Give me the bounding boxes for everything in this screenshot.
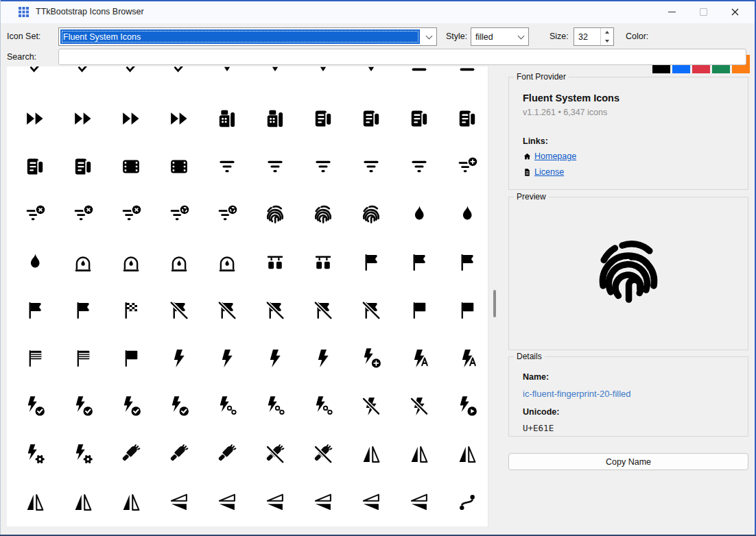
- icon-cell-partial-check[interactable]: [107, 66, 155, 95]
- icon-cell-feed[interactable]: [443, 95, 488, 143]
- icon-cell-feed[interactable]: [11, 143, 59, 191]
- icon-cell-flashlight[interactable]: [203, 430, 251, 478]
- icon-cell-flash-play[interactable]: [443, 382, 488, 430]
- icon-cell-fax[interactable]: [251, 95, 299, 143]
- icon-cell-fax[interactable]: [203, 95, 251, 143]
- icon-cell-partial-wedge[interactable]: [251, 66, 299, 95]
- size-spinbox[interactable]: 32: [574, 27, 614, 46]
- icon-cell-filmstrip[interactable]: [155, 143, 203, 191]
- homepage-link[interactable]: Homepage: [534, 151, 576, 161]
- icon-cell-fire[interactable]: [443, 191, 488, 239]
- icon-cell-flash-off[interactable]: [347, 382, 395, 430]
- icon-cell-partial-check[interactable]: [11, 66, 59, 95]
- icon-cell-flash[interactable]: [203, 334, 251, 382]
- icon-cell-filter-add[interactable]: [443, 143, 488, 191]
- icon-cell-filter-sync[interactable]: [203, 191, 251, 239]
- icon-cell-flow[interactable]: [443, 478, 488, 526]
- icon-cell-filter-dismiss[interactable]: [59, 191, 107, 239]
- icon-cell-filter[interactable]: [299, 143, 347, 191]
- icon-cell-partial-wedge[interactable]: [347, 66, 395, 95]
- icon-cell-flash-checkmark[interactable]: [11, 382, 59, 430]
- icon-cell-flash[interactable]: [251, 334, 299, 382]
- icon-cell-flag-off[interactable]: [251, 287, 299, 334]
- icon-cell-flip-horizontal[interactable]: [59, 478, 107, 526]
- icon-cell-partial-check[interactable]: [155, 66, 203, 95]
- icon-cell-flag-square[interactable]: [443, 287, 488, 334]
- icon-cell-flip-vertical[interactable]: [395, 478, 443, 526]
- icon-cell-flash-auto[interactable]: [443, 334, 488, 382]
- icon-cell-partial-wedge[interactable]: [299, 66, 347, 95]
- icon-cell-filter[interactable]: [203, 143, 251, 191]
- icon-cell-flag-pride[interactable]: [59, 334, 107, 382]
- license-link[interactable]: License: [534, 167, 564, 177]
- icon-cell-flag[interactable]: [11, 287, 59, 334]
- icon-cell-fireplace[interactable]: [59, 239, 107, 287]
- icon-cell-partial-bar[interactable]: [443, 66, 488, 95]
- icon-cell-filter[interactable]: [347, 143, 395, 191]
- icon-cell-partial-wedge[interactable]: [203, 66, 251, 95]
- icon-cell-flash-add[interactable]: [347, 334, 395, 382]
- icon-cell-flash-checkmark[interactable]: [59, 382, 107, 430]
- icon-cell-flip-horizontal[interactable]: [11, 478, 59, 526]
- icon-cell-flash-settings[interactable]: [11, 430, 59, 478]
- icon-cell-flip-vertical[interactable]: [251, 478, 299, 526]
- icon-cell-flashlight[interactable]: [107, 430, 155, 478]
- icon-cell-partial-bar[interactable]: [395, 66, 443, 95]
- icon-cell-fingerprint[interactable]: [251, 191, 299, 239]
- icon-cell-flip-horizontal[interactable]: [443, 430, 488, 478]
- icon-cell-flash-flow[interactable]: [203, 382, 251, 430]
- icon-cell-filmstrip[interactable]: [107, 143, 155, 191]
- search-input[interactable]: [58, 49, 746, 65]
- icon-cell-flip-vertical[interactable]: [299, 478, 347, 526]
- icon-cell-filter-sync[interactable]: [155, 191, 203, 239]
- copy-name-button[interactable]: Copy Name: [508, 453, 748, 470]
- icon-cell-feed[interactable]: [395, 95, 443, 143]
- icon-cell-fast-forward[interactable]: [11, 95, 59, 143]
- minimize-button[interactable]: [656, 0, 687, 23]
- icon-cell-flag-off[interactable]: [299, 287, 347, 334]
- icon-cell-fire[interactable]: [11, 239, 59, 287]
- maximize-button[interactable]: [687, 0, 719, 23]
- icon-cell-feed[interactable]: [347, 95, 395, 143]
- size-decrement-button[interactable]: [601, 37, 613, 46]
- icon-cell-flag-off[interactable]: [347, 287, 395, 334]
- icon-cell-fingerprint[interactable]: [299, 191, 347, 239]
- icon-cell-fireplace[interactable]: [107, 239, 155, 287]
- icon-cell-fire[interactable]: [395, 191, 443, 239]
- icon-cell-fast-forward[interactable]: [107, 95, 155, 143]
- size-increment-button[interactable]: [601, 28, 613, 37]
- icon-cell-flash[interactable]: [155, 334, 203, 382]
- icon-cell-flag-off[interactable]: [155, 287, 203, 334]
- icon-cell-flag[interactable]: [443, 239, 488, 287]
- icon-cell-filter-dismiss[interactable]: [107, 191, 155, 239]
- icon-set-combobox[interactable]: Fluent System Icons: [58, 27, 437, 46]
- icon-cell-flash[interactable]: [299, 334, 347, 382]
- icon-cell-flash-checkmark[interactable]: [107, 382, 155, 430]
- icon-cell-flash-auto[interactable]: [395, 334, 443, 382]
- icon-cell-fireplace[interactable]: [203, 239, 251, 287]
- icon-cell-flag[interactable]: [59, 287, 107, 334]
- icon-cell-flashlight[interactable]: [155, 430, 203, 478]
- icon-cell-fast-forward[interactable]: [155, 95, 203, 143]
- icon-cell-flip-vertical[interactable]: [155, 478, 203, 526]
- vertical-scrollbar-thumb[interactable]: [493, 290, 496, 317]
- icon-cell-partial-check[interactable]: [59, 66, 107, 95]
- icon-cell-flashlight-off[interactable]: [251, 430, 299, 478]
- icon-cell-flash-settings[interactable]: [59, 430, 107, 478]
- icon-cell-fixed-width[interactable]: [251, 239, 299, 287]
- icon-cell-flag-square[interactable]: [107, 334, 155, 382]
- icon-cell-fireplace[interactable]: [155, 239, 203, 287]
- icon-cell-flash-flow[interactable]: [251, 382, 299, 430]
- close-button[interactable]: [719, 0, 751, 23]
- icon-cell-flip-horizontal[interactable]: [347, 430, 395, 478]
- icon-cell-flip-horizontal[interactable]: [107, 478, 155, 526]
- icon-cell-fingerprint[interactable]: [347, 191, 395, 239]
- icon-cell-fixed-width[interactable]: [299, 239, 347, 287]
- icon-cell-filter[interactable]: [251, 143, 299, 191]
- icon-cell-flash-checkmark[interactable]: [155, 382, 203, 430]
- icon-set-dropdown-arrow[interactable]: [421, 28, 436, 45]
- icon-cell-feed[interactable]: [299, 95, 347, 143]
- icon-cell-fast-forward[interactable]: [59, 95, 107, 143]
- icon-cell-flip-vertical[interactable]: [347, 478, 395, 526]
- icon-cell-flag-pride[interactable]: [11, 334, 59, 382]
